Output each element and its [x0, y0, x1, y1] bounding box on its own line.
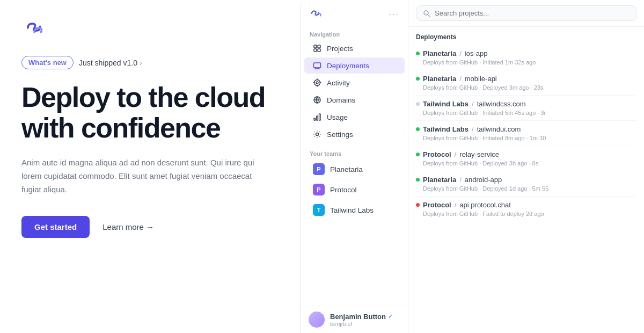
status-dot — [416, 77, 420, 81]
svg-rect-10 — [319, 114, 321, 120]
deploy-item-relay-service[interactable]: Protocol / relay-service Deploys from Gi… — [416, 146, 636, 171]
search-input[interactable] — [435, 9, 542, 17]
sidebar-header: ··· — [301, 0, 408, 25]
status-dot — [416, 102, 420, 106]
deploy-item-api-protocol[interactable]: Protocol / api.protocol.chat Deploys fro… — [416, 197, 636, 221]
status-dot — [416, 153, 420, 156]
projects-icon — [313, 44, 321, 53]
whats-new-badge[interactable]: What's new — [21, 56, 74, 69]
deploy-item-tailwindcss[interactable]: Tailwind Labs / tailwindcss.com Deploys … — [416, 96, 636, 121]
teams-section-label: Your teams — [301, 143, 408, 159]
logo — [21, 19, 279, 56]
team-item-tailwind-labs[interactable]: T Tailwind Labs — [304, 200, 405, 220]
sidebar-item-projects[interactable]: Projects — [304, 40, 405, 56]
sidebar-logo — [310, 9, 324, 20]
user-bar: Benjamin Button ✓ benjib.el — [301, 306, 408, 333]
section-title: Deployments — [416, 33, 636, 41]
tailwind-labs-avatar: T — [313, 204, 325, 216]
shipped-text[interactable]: Just shipped v1.0 › — [79, 59, 142, 67]
sidebar-item-domains[interactable]: Domains — [304, 92, 405, 108]
domains-icon — [313, 96, 321, 104]
svg-point-12 — [424, 11, 428, 15]
team-item-planetaria[interactable]: P Planetaria — [304, 160, 405, 179]
deployments-section: Deployments Planetaria / ios-app Deploys… — [408, 27, 644, 333]
usage-icon — [313, 113, 321, 121]
deploy-item-ios-app[interactable]: Planetaria / ios-app Deploys from GitHub… — [416, 45, 636, 70]
right-panel: ··· Navigation Projects Deployments — [301, 0, 644, 333]
svg-rect-3 — [318, 49, 320, 52]
sidebar-item-usage[interactable]: Usage — [304, 109, 405, 125]
sidebar: ··· Navigation Projects Deployments — [301, 0, 408, 333]
team-item-protocol[interactable]: P Protocol — [304, 180, 405, 199]
app-window: ··· Navigation Projects Deployments — [301, 0, 644, 333]
svg-point-5 — [314, 80, 320, 86]
svg-rect-1 — [318, 45, 320, 48]
sidebar-item-settings[interactable]: Settings — [304, 126, 405, 142]
left-panel: What's new Just shipped v1.0 › Deploy to… — [0, 0, 301, 333]
verified-icon: ✓ — [388, 313, 393, 320]
avatar — [309, 312, 325, 328]
status-dot — [416, 127, 420, 131]
main-content: Deployments Planetaria / ios-app Deploys… — [408, 0, 644, 333]
cta-row: Get started Learn more → — [21, 216, 279, 238]
hero-title: Deploy to the cloud with confidence — [21, 82, 279, 143]
settings-icon — [313, 130, 321, 139]
deploy-item-tailwindui[interactable]: Tailwind Labs / tailwindui.com Deploys f… — [416, 121, 636, 146]
whats-new-bar: What's new Just shipped v1.0 › — [21, 56, 279, 69]
hero-description: Anim aute id magna aliqua ad ad non dese… — [21, 156, 268, 196]
nav-section-label: Navigation — [301, 25, 408, 40]
search-input-wrap[interactable] — [416, 5, 636, 21]
protocol-avatar: P — [313, 184, 325, 196]
learn-more-button[interactable]: Learn more → — [103, 222, 154, 231]
arrow-icon: › — [140, 59, 142, 67]
search-icon — [423, 10, 430, 17]
status-dot — [416, 178, 420, 182]
status-dot — [416, 203, 420, 207]
deploy-item-mobile-api[interactable]: Planetaria / mobile-api Deploys from Git… — [416, 70, 636, 96]
search-bar-row — [408, 0, 644, 27]
svg-rect-8 — [314, 118, 316, 120]
status-dot — [416, 52, 420, 55]
sidebar-item-activity[interactable]: Activity — [304, 75, 405, 91]
sidebar-more-button[interactable]: ··· — [389, 10, 399, 19]
svg-point-11 — [316, 133, 319, 136]
svg-rect-9 — [317, 116, 318, 120]
deploy-item-android-app[interactable]: Planetaria / android-app Deploys from Gi… — [416, 171, 636, 197]
planetaria-avatar: P — [313, 163, 325, 175]
sidebar-item-deployments[interactable]: Deployments — [304, 57, 405, 74]
svg-rect-4 — [314, 63, 321, 68]
user-handle: benjib.el — [330, 321, 393, 327]
user-info: Benjamin Button ✓ benjib.el — [330, 313, 393, 327]
svg-rect-0 — [314, 45, 317, 48]
svg-point-6 — [316, 82, 318, 84]
deployments-icon — [313, 61, 321, 70]
svg-rect-2 — [314, 49, 317, 52]
activity-icon — [313, 78, 321, 87]
user-name: Benjamin Button — [330, 313, 386, 321]
get-started-button[interactable]: Get started — [21, 216, 90, 238]
